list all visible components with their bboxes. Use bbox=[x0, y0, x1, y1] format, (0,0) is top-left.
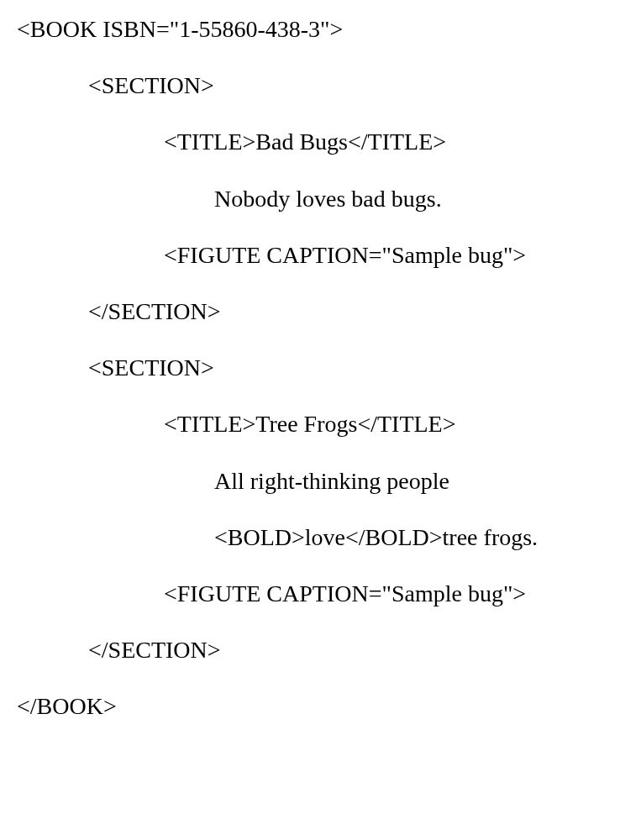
code-line-figure1: <FIGUTE CAPTION="Sample bug"> bbox=[17, 239, 603, 271]
code-line-title1: <TITLE>Bad Bugs</TITLE> bbox=[17, 125, 603, 158]
code-line-text1: Nobody loves bad bugs. bbox=[17, 182, 603, 215]
code-line-title2: <TITLE>Tree Frogs</TITLE> bbox=[17, 407, 603, 440]
code-line-section1-close: </SECTION> bbox=[17, 295, 603, 328]
code-line-section2-open: <SECTION> bbox=[17, 351, 603, 384]
code-line-text2b: <BOLD>love</BOLD>tree frogs. bbox=[17, 521, 603, 554]
code-line-book-open: <BOOK ISBN="1-55860-438-3"> bbox=[17, 13, 603, 45]
code-line-section2-close: </SECTION> bbox=[17, 633, 603, 666]
code-line-text2a: All right-thinking people bbox=[17, 465, 603, 497]
code-line-section1-open: <SECTION> bbox=[17, 69, 603, 102]
code-line-figure2: <FIGUTE CAPTION="Sample bug"> bbox=[17, 577, 603, 610]
code-line-book-close: </BOOK> bbox=[17, 690, 603, 722]
